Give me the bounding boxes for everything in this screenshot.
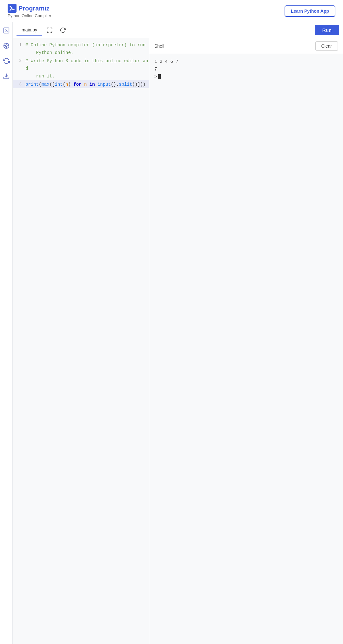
shell-panel: Shell Clear 1 2 4 6 7 7 > (149, 38, 343, 644)
fullscreen-button[interactable] (45, 25, 54, 35)
tab-controls (45, 25, 68, 35)
logo-text: Programiz (18, 5, 50, 12)
clear-button[interactable]: Clear (315, 41, 338, 51)
code-line-3: 3 print(max([int(n) for n in input().spl… (13, 80, 149, 88)
line-number-1: 1 (13, 41, 25, 49)
code-line-2: 2 # Write Python 3 code in this online e… (13, 56, 149, 80)
sidebar-icon-download[interactable] (2, 72, 11, 81)
tab-bar: main.py Run (13, 22, 343, 38)
shell-output[interactable]: 1 2 4 6 7 7 > (149, 54, 343, 644)
editor-shell: 1 # Online Python compiler (interpreter)… (13, 38, 343, 644)
main-py-tab[interactable]: main.py (17, 25, 42, 36)
reload-button[interactable] (58, 25, 68, 35)
sidebar-icon-editor[interactable] (2, 26, 11, 35)
line-content-1: # Online Python compiler (interpreter) t… (25, 41, 149, 56)
line-number-2: 2 (13, 56, 25, 65)
logo-area: Programiz Python Online Compiler (8, 4, 51, 18)
shell-prompt: > (154, 74, 338, 79)
programiz-logo-icon (8, 4, 17, 13)
line-content-3: print(max([int(n) for n in input().split… (25, 80, 149, 88)
sidebar (0, 22, 13, 644)
code-area: 1 # Online Python compiler (interpreter)… (13, 38, 149, 91)
shell-output-line-2: 7 (154, 65, 338, 73)
shell-output-line-1: 1 2 4 6 7 (154, 58, 338, 65)
shell-title: Shell (154, 43, 164, 49)
svg-point-3 (5, 45, 7, 47)
learn-python-button[interactable]: Learn Python App (285, 5, 335, 17)
header: Programiz Python Online Compiler Learn P… (0, 0, 343, 22)
main-layout: main.py Run (0, 22, 343, 644)
tab-left: main.py (17, 25, 68, 36)
line-number-3: 3 (13, 80, 25, 88)
shell-cursor (158, 74, 161, 79)
code-line-1: 1 # Online Python compiler (interpreter)… (13, 41, 149, 56)
logo-row: Programiz (8, 4, 51, 13)
line-content-2: # Write Python 3 code in this online edi… (25, 56, 149, 80)
editor-panel[interactable]: 1 # Online Python compiler (interpreter)… (13, 38, 149, 644)
sidebar-icon-packages[interactable] (2, 41, 11, 50)
logo-subtitle: Python Online Compiler (8, 13, 51, 18)
content-area: main.py Run (13, 22, 343, 644)
run-button[interactable]: Run (315, 25, 339, 35)
prompt-char: > (154, 74, 157, 79)
shell-header: Shell Clear (149, 38, 343, 54)
sidebar-icon-refresh[interactable] (2, 56, 11, 65)
